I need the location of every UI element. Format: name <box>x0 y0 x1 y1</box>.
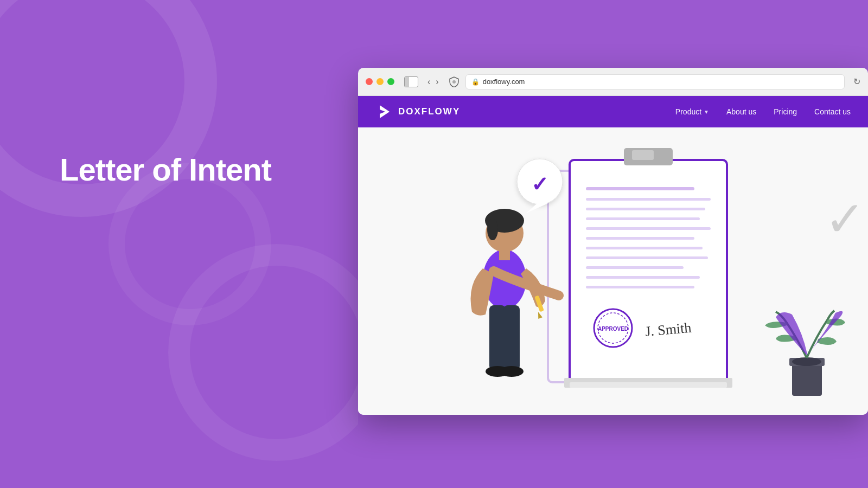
nav-pricing-label: Pricing <box>774 107 797 116</box>
browser-window: ‹ › 🔒 doxflowy.com ↻ DOXFLOWY <box>358 68 868 415</box>
svg-rect-35 <box>503 305 520 370</box>
nav-contact-label: Contact us <box>814 107 851 116</box>
svg-text:APPROVED: APPROVED <box>598 326 628 332</box>
address-bar[interactable]: 🔒 doxflowy.com <box>465 74 845 89</box>
background-left <box>0 0 358 488</box>
nav-links: Product ▼ About us Pricing Contact us <box>675 107 851 116</box>
svg-rect-11 <box>586 227 711 230</box>
svg-rect-16 <box>586 276 700 279</box>
traffic-light-red[interactable] <box>366 78 373 85</box>
dropdown-arrow-product: ▼ <box>704 109 709 115</box>
url-text: doxflowy.com <box>483 78 525 86</box>
logo-text[interactable]: DOXFLOWY <box>398 106 460 117</box>
svg-rect-4 <box>570 160 727 382</box>
svg-rect-7 <box>586 187 694 190</box>
refresh-button[interactable]: ↻ <box>853 76 860 87</box>
forward-button[interactable]: › <box>434 77 440 87</box>
svg-rect-26 <box>570 382 727 388</box>
browser-content: DOXFLOWY Product ▼ About us Pricing Cont… <box>358 96 868 415</box>
shield-icon <box>448 75 460 88</box>
svg-rect-6 <box>632 150 654 160</box>
sidebar-toggle-button[interactable] <box>404 76 418 87</box>
svg-point-0 <box>452 80 456 84</box>
svg-point-30 <box>487 219 498 240</box>
hero-title: Letter of Intent <box>60 152 271 188</box>
svg-marker-1 <box>380 105 390 118</box>
svg-rect-12 <box>586 237 694 240</box>
svg-text:✓: ✓ <box>825 192 865 246</box>
svg-point-37 <box>500 366 524 377</box>
logo-icon <box>375 103 393 120</box>
nav-arrows: ‹ › <box>426 77 441 87</box>
svg-rect-9 <box>586 208 705 210</box>
svg-rect-8 <box>586 198 711 201</box>
traffic-light-green[interactable] <box>387 78 394 85</box>
nav-item-product[interactable]: Product ▼ <box>675 107 709 116</box>
lock-icon: 🔒 <box>471 78 480 86</box>
svg-rect-34 <box>489 305 506 370</box>
svg-rect-31 <box>499 249 510 260</box>
svg-text:✓: ✓ <box>531 173 548 196</box>
svg-rect-10 <box>586 217 700 220</box>
hero-illustration: ✓ <box>358 127 868 415</box>
hero-section: Letter of Intent <box>60 152 271 188</box>
traffic-light-yellow[interactable] <box>376 78 384 85</box>
svg-point-40 <box>792 357 821 366</box>
nav-item-about[interactable]: About us <box>726 107 756 116</box>
nav-product-label: Product <box>675 107 701 116</box>
svg-marker-24 <box>526 203 548 213</box>
svg-marker-33 <box>536 311 542 319</box>
traffic-lights <box>366 78 394 85</box>
svg-rect-17 <box>586 286 694 288</box>
nav-about-label: About us <box>726 107 756 116</box>
nav-item-pricing[interactable]: Pricing <box>774 107 797 116</box>
browser-chrome: ‹ › 🔒 doxflowy.com ↻ <box>358 68 868 96</box>
site-navbar: DOXFLOWY Product ▼ About us Pricing Cont… <box>358 96 868 127</box>
nav-item-contact[interactable]: Contact us <box>814 107 851 116</box>
svg-rect-15 <box>586 266 684 269</box>
site-main-content: ✓ <box>358 127 868 415</box>
logo-area: DOXFLOWY <box>375 103 675 120</box>
svg-rect-13 <box>586 247 703 249</box>
svg-rect-14 <box>586 256 708 259</box>
back-button[interactable]: ‹ <box>426 77 432 87</box>
